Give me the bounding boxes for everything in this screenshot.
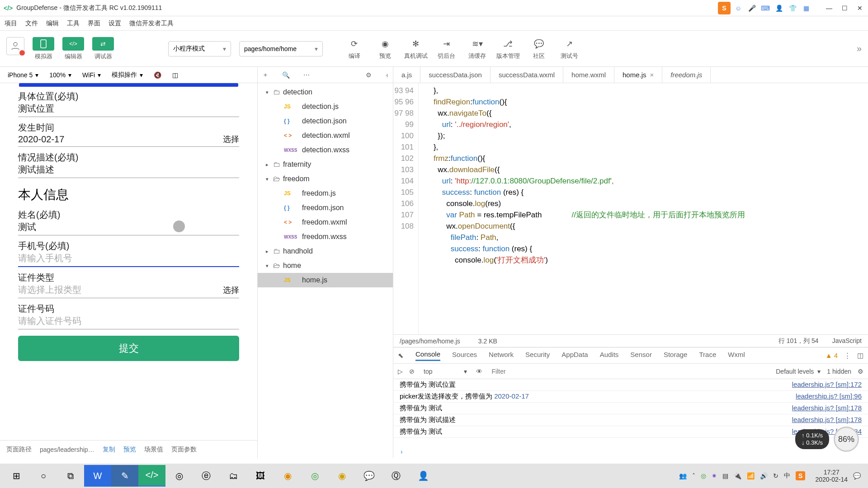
- tab-audits[interactable]: Audits: [600, 351, 619, 360]
- notifications-icon[interactable]: 💬: [853, 472, 861, 479]
- close-icon[interactable]: ✕: [855, 4, 864, 13]
- simulator-button[interactable]: [33, 37, 54, 51]
- code-lines[interactable]: }, findRegion:function(){ wx.navigateTo(…: [419, 83, 868, 334]
- sync-icon[interactable]: ↻: [773, 472, 778, 479]
- sogou-ime-icon[interactable]: S: [718, 2, 731, 14]
- preview-button[interactable]: 预览: [123, 446, 136, 454]
- code-editor[interactable]: 93 94 95 96 97 98 99 100 101 102 103 104…: [393, 83, 868, 334]
- chrome-icon[interactable]: ◎: [165, 465, 193, 487]
- remote-debug-icon[interactable]: ✻: [412, 37, 419, 51]
- tab-a-js[interactable]: a.js: [393, 67, 420, 83]
- tab-wxml[interactable]: Wxml: [728, 351, 745, 360]
- phone-placeholder[interactable]: 请输入手机号: [18, 252, 72, 264]
- folder-freedom[interactable]: ▾🗁freedom: [258, 172, 393, 186]
- time-select-button[interactable]: 选择: [223, 134, 239, 145]
- editor-button[interactable]: </>: [62, 37, 84, 51]
- menu-file[interactable]: 文件: [25, 19, 38, 28]
- maximize-icon[interactable]: ☐: [840, 4, 849, 13]
- mock-select[interactable]: 模拟操作▾: [108, 69, 147, 81]
- split-icon[interactable]: ⫞: [385, 71, 388, 79]
- power-icon[interactable]: 🔌: [734, 472, 741, 479]
- folder-handhold[interactable]: ▸🗀handhold: [258, 244, 393, 258]
- tab-successdata-wxml[interactable]: successData.wxml: [491, 67, 563, 83]
- name-value[interactable]: 测试: [18, 221, 36, 233]
- menu-edit[interactable]: 编辑: [46, 19, 59, 28]
- file-freedom-json[interactable]: { }freedom.json: [258, 201, 393, 215]
- dock-icon[interactable]: ◫: [857, 352, 863, 360]
- media-icon[interactable]: ◉: [274, 465, 301, 487]
- mute-icon[interactable]: 🔇: [150, 69, 165, 81]
- explorer-icon[interactable]: 🗂: [220, 465, 247, 487]
- people-icon[interactable]: 👥: [679, 472, 687, 479]
- idno-placeholder[interactable]: 请输入证件号码: [18, 315, 81, 327]
- cortana-icon[interactable]: ○: [30, 465, 57, 487]
- file-detection-wxml[interactable]: < >detection.wxml: [258, 128, 393, 143]
- performance-circle[interactable]: 86%: [834, 427, 859, 452]
- tab-trace[interactable]: Trace: [699, 351, 716, 360]
- log-source-link[interactable]: leadership.js? [sm]:178: [792, 404, 862, 413]
- file-detection-json[interactable]: { }detection.json: [258, 114, 393, 128]
- clear-cache-icon[interactable]: ≋▾: [472, 37, 483, 51]
- menu-settings[interactable]: 设置: [108, 19, 121, 28]
- compile-icon[interactable]: ⟳: [351, 37, 358, 51]
- tab-successdata-json[interactable]: successData.json: [420, 67, 491, 83]
- preview-icon[interactable]: ◉: [382, 37, 389, 51]
- user-icon[interactable]: 👤: [774, 3, 784, 13]
- background-icon[interactable]: ⇥: [443, 37, 450, 51]
- folder-home[interactable]: ▾🗁home: [258, 258, 393, 273]
- tab-appdata[interactable]: AppData: [561, 351, 588, 360]
- language-mode[interactable]: JavaScript: [832, 337, 862, 345]
- tab-console[interactable]: Console: [415, 350, 440, 361]
- app2-icon[interactable]: ◉: [328, 465, 355, 487]
- system-clock[interactable]: 17:27 2020-02-14: [815, 469, 848, 483]
- file-freedom-js[interactable]: JSfreedom.js: [258, 186, 393, 201]
- tab-sources[interactable]: Sources: [452, 351, 477, 360]
- tab-home-wxml[interactable]: home.wxml: [563, 67, 614, 83]
- tray-app1-icon[interactable]: ◎: [701, 472, 706, 479]
- contact-icon[interactable]: 👤: [410, 465, 437, 487]
- console-settings-icon[interactable]: ⚙: [858, 368, 863, 375]
- play-icon[interactable]: ▷: [398, 368, 403, 375]
- clear-console-icon[interactable]: ⊘: [409, 368, 415, 375]
- file-detection-wxss[interactable]: WXSSdetection.wxss: [258, 143, 393, 157]
- test-account-icon[interactable]: ↗: [566, 37, 573, 51]
- tab-sensor[interactable]: Sensor: [630, 351, 652, 360]
- desc-value[interactable]: 测试描述: [18, 164, 54, 176]
- idtype-select-button[interactable]: 选择: [223, 285, 239, 296]
- time-value[interactable]: 2020-02-17: [18, 134, 64, 145]
- image-app-icon[interactable]: 🖼: [247, 465, 274, 487]
- network-select[interactable]: WiFi▾: [78, 69, 105, 81]
- warning-badge[interactable]: ▲ 4: [826, 352, 838, 359]
- wechat-icon[interactable]: 💬: [355, 465, 382, 487]
- console-filter-input[interactable]: [489, 366, 769, 376]
- log-source-link[interactable]: leadership.js? [sm]:178: [792, 416, 862, 424]
- wifi-icon[interactable]: 📶: [747, 472, 755, 479]
- volume-icon[interactable]: 🔊: [760, 472, 768, 479]
- new-file-icon[interactable]: ＋: [262, 71, 269, 79]
- file-detection-js[interactable]: JSdetection.js: [258, 99, 393, 114]
- debugger-button[interactable]: ⇄: [92, 37, 114, 51]
- browser-icon[interactable]: ◎: [301, 465, 328, 487]
- file-freedom-wxss[interactable]: WXSSfreedom.wxss: [258, 230, 393, 244]
- wps-icon[interactable]: W: [84, 465, 111, 487]
- menu-tool[interactable]: 工具: [67, 19, 80, 28]
- inspect-icon[interactable]: ⬉: [398, 352, 404, 360]
- location-value[interactable]: 测试位置: [18, 103, 54, 115]
- tab-security[interactable]: Security: [525, 351, 550, 360]
- folder-detection[interactable]: ▾🗀detection: [258, 85, 393, 99]
- wechat-devtools-icon[interactable]: </>: [138, 465, 165, 487]
- file-home-js[interactable]: JShome.js: [258, 273, 393, 287]
- mic-icon[interactable]: 🎤: [747, 3, 757, 13]
- sogou-tray-icon[interactable]: S: [796, 471, 805, 480]
- devtools-more-icon[interactable]: ⋮: [844, 352, 851, 360]
- menu-wechat-devtools[interactable]: 微信开发者工具: [129, 19, 174, 28]
- shirt-icon[interactable]: 👕: [788, 3, 797, 13]
- sim-panel-icon[interactable]: ◫: [168, 69, 182, 81]
- log-source-link[interactable]: leadership.js? [sm]:172: [792, 380, 862, 389]
- device-select[interactable]: iPhone 5▾: [4, 69, 42, 81]
- tab-network[interactable]: Network: [489, 351, 514, 360]
- simulator-screen[interactable]: 具体位置(必填) 测试位置 发生时间 2020-02-17选择 情况描述(必填)…: [0, 83, 257, 440]
- community-icon[interactable]: 💬: [534, 37, 544, 51]
- tab-storage[interactable]: Storage: [664, 351, 688, 360]
- tray-app2-icon[interactable]: ✷: [712, 472, 717, 479]
